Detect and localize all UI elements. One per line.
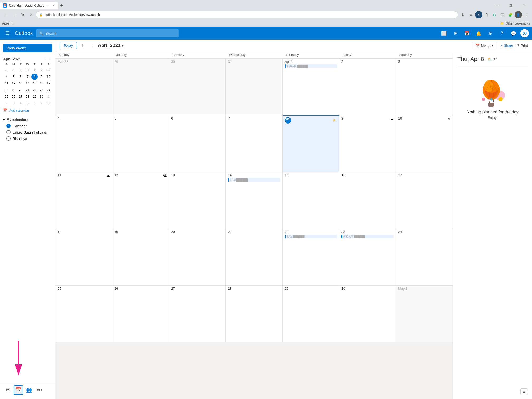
cal-cell-mar31[interactable]: 31 — [226, 59, 282, 115]
expand-button[interactable]: ⊞ — [520, 388, 528, 395]
cal-date[interactable]: 18 — [58, 230, 61, 234]
mini-cal-day[interactable]: 1 — [45, 93, 52, 100]
mini-cal-prev-button[interactable]: ↑ — [44, 56, 48, 62]
mini-cal-day[interactable]: 13 — [17, 80, 24, 87]
cal-date[interactable]: 30 — [341, 287, 345, 291]
cal-date[interactable]: 15 — [285, 173, 288, 177]
cal-cell-mar29[interactable]: 29 — [112, 59, 169, 115]
mini-cal-day[interactable]: 4 — [3, 74, 10, 80]
mini-cal-day[interactable]: 7 — [24, 74, 31, 80]
cal-cell-apr2[interactable]: 2 — [339, 59, 396, 115]
cal-date[interactable]: 29 — [285, 287, 288, 291]
mini-cal-day[interactable]: 18 — [3, 87, 10, 93]
mini-cal-day[interactable]: 1 — [31, 67, 38, 73]
cal-cell-apr22[interactable]: 22 9 AM ██████ — [283, 229, 339, 285]
share-button[interactable]: ↗ Share — [500, 44, 513, 48]
mini-cal-day[interactable]: 25 — [3, 93, 10, 100]
mini-cal-today[interactable]: 8 — [31, 74, 38, 80]
mini-cal-day[interactable]: 12 — [10, 80, 17, 87]
mini-cal-day[interactable]: 5 — [10, 74, 17, 80]
cal-date[interactable]: 5 — [114, 116, 116, 120]
cal-date[interactable]: May 1 — [398, 287, 407, 291]
cal-date-today[interactable]: Apr 8 — [285, 117, 291, 124]
my-calendars-header[interactable]: ▾ My calendars — [0, 117, 55, 123]
cal-cell-apr14[interactable]: 14 9 AM ██████ — [226, 172, 282, 229]
mini-cal-day[interactable]: 28 — [24, 93, 31, 100]
refresh-button[interactable]: ↻ — [19, 11, 26, 18]
cal-date[interactable]: 29 — [114, 60, 118, 64]
cal-date[interactable]: 25 — [58, 287, 61, 291]
mini-cal-day[interactable]: 6 — [17, 74, 24, 80]
grid-view-icon[interactable]: ⊞ — [451, 28, 460, 38]
mini-cal-next-button[interactable]: ↓ — [48, 56, 52, 62]
mini-cal-day[interactable]: 21 — [24, 87, 31, 93]
mini-cal-day[interactable]: 7 — [39, 100, 45, 106]
mini-cal-day[interactable]: 24 — [45, 87, 52, 93]
cal-cell-apr11[interactable]: 11 ☁ — [55, 172, 112, 229]
present-icon[interactable]: ⬜ — [439, 28, 449, 38]
download-icon[interactable]: ⬇ — [459, 11, 467, 18]
shield-icon[interactable]: 🛡 — [499, 11, 506, 18]
cal-date[interactable]: 27 — [171, 287, 175, 291]
cal-cell-apr20[interactable]: 20 — [169, 229, 226, 285]
cal-event[interactable]: 8:30 AM ██████ — [285, 64, 337, 68]
cal-cell-apr29[interactable]: 29 — [283, 286, 339, 342]
hamburger-menu-button[interactable]: ☰ — [3, 29, 12, 37]
cal-date[interactable]: 4 — [58, 116, 59, 120]
cal-date[interactable]: 2 — [341, 60, 343, 64]
forward-button[interactable]: → — [11, 11, 18, 18]
cal-date[interactable]: 3 — [398, 60, 400, 64]
cal-cell-apr25[interactable]: 25 — [55, 286, 112, 342]
mini-cal-day[interactable]: 8 — [45, 100, 52, 106]
cal-cell-apr4[interactable]: 4 — [55, 115, 112, 172]
cal-cell-apr9[interactable]: 9 ☁ — [339, 115, 396, 172]
cal-date[interactable]: 12 — [114, 173, 118, 177]
maximize-button[interactable]: ☐ — [505, 2, 517, 10]
mini-cal-day[interactable]: 17 — [45, 80, 52, 87]
mini-cal-day[interactable]: 2 — [39, 67, 45, 73]
cal-cell-apr23[interactable]: 23 8:30 AM ██████ — [339, 229, 396, 285]
cal-cell-apr13[interactable]: 13 — [169, 172, 226, 229]
cal-cell-apr10[interactable]: 10 ☀ — [396, 115, 453, 172]
mini-cal-day[interactable]: 26 — [10, 93, 17, 100]
cal-event[interactable]: 9 AM ██████ — [228, 178, 280, 182]
birthdays-checkbox[interactable] — [6, 136, 11, 141]
cal-cell-apr15[interactable]: 15 — [283, 172, 339, 229]
calendar-item-us-holidays[interactable]: United States holidays — [0, 129, 55, 135]
mini-cal-day[interactable]: 4 — [17, 100, 24, 106]
cal-cell-apr5[interactable]: 5 — [112, 115, 169, 172]
cal-date[interactable]: 22 — [285, 230, 288, 234]
extensions-icon[interactable]: R — [483, 11, 490, 18]
cal-date[interactable]: 30 — [171, 60, 175, 64]
more-nav-button[interactable]: ••• — [35, 385, 44, 395]
cal-date[interactable]: 26 — [114, 287, 118, 291]
active-tab[interactable]: 📅 Calendar - David Richard Johnso ✕ — [0, 2, 58, 10]
cal-event[interactable]: 8:30 AM ██████ — [341, 235, 394, 238]
mini-cal-day[interactable]: 10 — [45, 74, 52, 80]
cal-cell-may1[interactable]: May 1 — [396, 286, 453, 342]
today-button[interactable]: Today — [60, 42, 77, 49]
cal-date[interactable]: 19 — [114, 230, 118, 234]
cal-date[interactable]: Apr 1 — [285, 60, 293, 64]
mini-cal-day[interactable]: 2 — [3, 100, 10, 106]
cal-cell-apr28[interactable]: 28 — [226, 286, 282, 342]
close-button[interactable]: ✕ — [518, 2, 530, 10]
cal-date[interactable]: Mar 28 — [58, 60, 68, 64]
us-holidays-checkbox[interactable] — [6, 130, 11, 134]
cal-cell-apr16[interactable]: 16 — [339, 172, 396, 229]
cal-cell-apr6[interactable]: 6 — [169, 115, 226, 172]
bookmark-star-icon[interactable]: ★ — [467, 11, 474, 18]
cal-date[interactable]: 10 — [398, 116, 402, 120]
puzzle-icon[interactable]: 🧩 — [507, 11, 514, 18]
feedback-icon[interactable]: 💬 — [509, 28, 518, 38]
mini-cal-day[interactable]: 31 — [24, 67, 31, 73]
mini-cal-day[interactable]: 22 — [31, 87, 38, 93]
cal-prev-button[interactable]: ↑ — [79, 42, 86, 49]
cal-cell-apr3[interactable]: 3 — [396, 59, 453, 115]
cal-cell-mar28[interactable]: Mar 28 — [55, 59, 112, 115]
cal-cell-apr8[interactable]: Apr 8 ⛅ — [283, 115, 339, 172]
profile-icon[interactable]: 4 — [475, 11, 482, 18]
cal-date[interactable]: 31 — [228, 60, 231, 64]
mini-cal-day[interactable]: 3 — [10, 100, 17, 106]
search-box[interactable]: 🔍 Search — [36, 29, 179, 37]
